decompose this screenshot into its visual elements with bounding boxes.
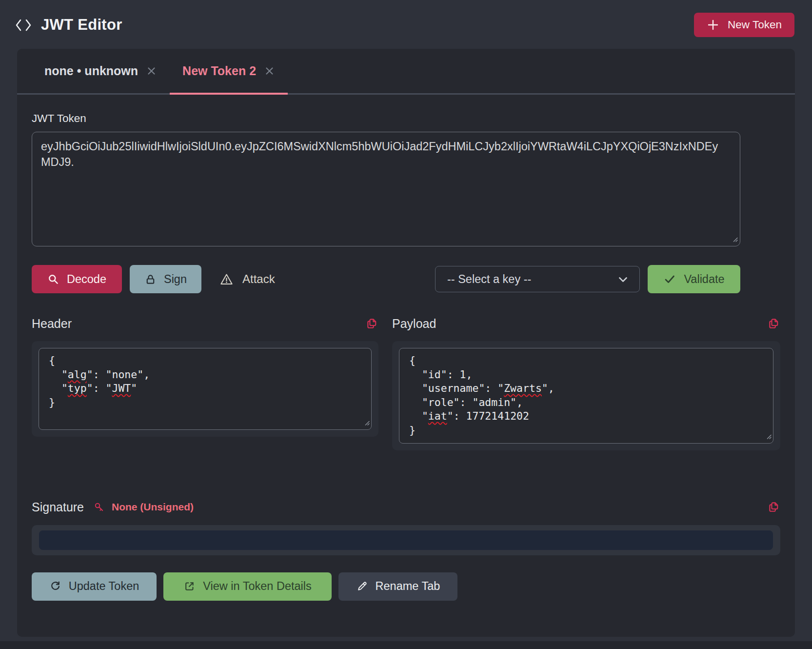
lock-icon (144, 273, 157, 285)
attack-button[interactable]: Attack (215, 265, 280, 293)
editor-content: JWT Token eyJhbGciOiJub25lIiwidHlwIjoiSl… (17, 95, 795, 601)
copy-icon (365, 317, 378, 330)
warning-icon (220, 273, 233, 286)
copy-icon (767, 500, 780, 514)
decode-button[interactable]: Decode (32, 265, 122, 293)
new-token-button[interactable]: New Token (694, 13, 794, 37)
signature-copy-button[interactable] (767, 500, 780, 514)
page-title: JWT Editor (41, 16, 122, 34)
jwt-token-label: JWT Token (32, 112, 780, 125)
tab-bar: none • unknown New Token 2 (17, 49, 795, 95)
jwt-token-input[interactable]: eyJhbGciOiJub25lIiwidHlwIjoiSldUIn0.eyJp… (32, 132, 740, 246)
chevron-down-icon (616, 273, 630, 286)
refresh-icon (49, 580, 61, 592)
decoded-sections: Header { "alg": "none", "typ": "JWT" } (32, 316, 780, 450)
validate-label: Validate (684, 273, 724, 286)
signature-panel (32, 525, 780, 555)
sign-label: Sign (164, 273, 187, 286)
payload-copy-button[interactable] (767, 317, 780, 330)
tab-label: none • unknown (44, 64, 138, 78)
decode-label: Decode (67, 273, 106, 286)
action-row: Decode Sign (32, 265, 740, 293)
signature-status: None (Unsigned) (112, 501, 194, 513)
app-title-group: JWT Editor (15, 16, 122, 34)
rename-tab-label: Rename Tab (376, 580, 440, 593)
pencil-icon (356, 580, 368, 592)
update-token-button[interactable]: Update Token (32, 572, 157, 601)
plus-icon (707, 19, 719, 31)
key-select-value: -- Select a key -- (447, 273, 531, 286)
signature-label: Signature (32, 500, 84, 514)
header-section: Header { "alg": "none", "typ": "JWT" } (32, 316, 378, 450)
top-bar: JWT Editor New Token (0, 0, 812, 49)
header-copy-button[interactable] (365, 317, 378, 330)
validate-button[interactable]: Validate (648, 265, 740, 293)
external-link-icon (183, 580, 196, 592)
tab-label: New Token 2 (182, 64, 256, 78)
key-icon (94, 502, 105, 513)
update-token-label: Update Token (69, 580, 139, 593)
check-icon (663, 273, 676, 286)
key-select[interactable]: -- Select a key -- (435, 266, 640, 292)
editor-panel: none • unknown New Token 2 JWT Token eyJ… (17, 49, 795, 637)
code-icon (15, 19, 32, 32)
signature-input[interactable] (39, 530, 773, 550)
footer-actions: Update Token View in Token Details (32, 572, 780, 601)
sign-button[interactable]: Sign (130, 265, 201, 293)
copy-icon (767, 317, 780, 330)
signature-header: Signature None (Unsigned) (32, 500, 780, 514)
tab-none-unknown[interactable]: none • unknown (32, 49, 170, 93)
header-label: Header (32, 317, 72, 331)
payload-section: Payload { "id": 1, "username": "Zwarts" (392, 316, 780, 450)
new-token-label: New Token (728, 19, 782, 31)
rename-tab-button[interactable]: Rename Tab (338, 572, 457, 601)
close-icon[interactable] (146, 65, 157, 77)
payload-json-editor[interactable]: { "id": 1, "username": "Zwarts", "role":… (399, 348, 773, 444)
view-token-details-label: View in Token Details (203, 580, 312, 593)
header-json-editor[interactable]: { "alg": "none", "typ": "JWT" } (39, 348, 372, 430)
tab-new-token-2[interactable]: New Token 2 (170, 49, 288, 95)
payload-label: Payload (392, 317, 436, 331)
search-icon (47, 273, 59, 285)
bottom-strip (0, 641, 812, 649)
resize-grip[interactable] (765, 432, 772, 440)
view-token-details-button[interactable]: View in Token Details (163, 572, 332, 601)
resize-grip[interactable] (363, 419, 370, 426)
resize-grip[interactable] (731, 235, 738, 243)
close-icon[interactable] (264, 65, 275, 77)
attack-label: Attack (242, 272, 275, 286)
